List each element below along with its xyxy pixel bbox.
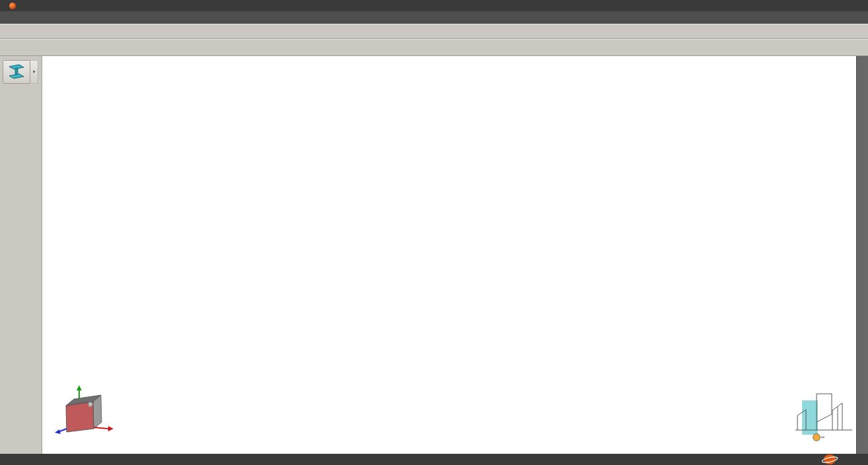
toolbar-view (0, 39, 868, 56)
menu-bar (0, 11, 868, 24)
toolbar-main (0, 24, 868, 39)
x-axis-arrowhead (108, 426, 113, 431)
right-panel-tabs (856, 56, 868, 454)
model-viewport[interactable] (42, 56, 856, 454)
ibeam-section-icon (7, 63, 26, 80)
cube-corner-sphere (88, 402, 93, 407)
z-axis-arrowhead (55, 429, 61, 434)
x-axis-arrow (94, 427, 108, 429)
main-area: ▾ (0, 56, 868, 454)
logo-orange-disc (813, 434, 821, 441)
logo-teal-block (802, 400, 818, 435)
section-shape-group: ▾ (3, 60, 40, 84)
nav-cube[interactable] (55, 385, 113, 434)
model-canvas (42, 56, 856, 454)
status-bar (0, 454, 868, 465)
y-axis-arrowhead (77, 385, 82, 390)
section-shape-button[interactable] (3, 60, 30, 84)
title-bar (0, 0, 868, 11)
section-shape-dropdown[interactable]: ▾ (30, 60, 38, 84)
pro-tek-logo (795, 394, 852, 441)
space-gass-logo (822, 454, 865, 465)
left-toolbar: ▾ (0, 56, 42, 454)
app-icon (9, 3, 16, 9)
